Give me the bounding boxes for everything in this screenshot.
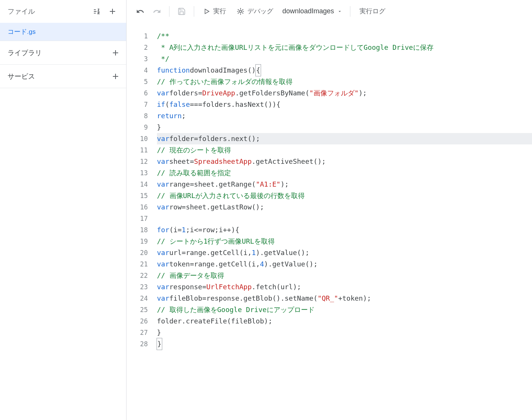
toolbar-separator [350, 6, 350, 17]
execution-log-button[interactable]: 実行ログ [355, 4, 390, 19]
sort-az-button[interactable] [90, 4, 105, 19]
code-line[interactable]: } [157, 327, 532, 338]
line-number: 24 [127, 293, 148, 304]
code-line[interactable]: // 読み取る範囲を指定 [157, 167, 532, 179]
play-icon [203, 8, 210, 15]
line-number: 11 [127, 144, 148, 156]
code-line[interactable]: var sheet = SpreadsheetApp.getActiveShee… [157, 156, 532, 167]
file-item[interactable]: コード.gs [0, 23, 126, 41]
line-number: 9 [127, 122, 148, 133]
line-number: 28 [127, 338, 148, 350]
line-number: 19 [127, 236, 148, 247]
line-number: 1 [127, 30, 148, 42]
main-area: 実行 デバッグ downloadImages 実行ログ 123456789101… [127, 0, 532, 420]
line-number: 16 [127, 201, 148, 213]
svg-point-1 [239, 10, 242, 13]
undo-button[interactable] [133, 4, 148, 19]
toolbar-separator [194, 6, 194, 17]
code-line[interactable]: } [157, 338, 532, 350]
line-number: 2 [127, 42, 148, 53]
line-number: 10 [127, 133, 148, 144]
function-selector[interactable]: downloadImages [279, 4, 345, 19]
code-line[interactable]: var range = sheet.getRange("A1:E"); [157, 179, 532, 190]
toolbar: 実行 デバッグ downloadImages 実行ログ [127, 0, 532, 23]
code-area[interactable]: /** * A列に入力された画像URLリストを元に画像をダウンロードしてGoog… [157, 30, 532, 420]
code-line[interactable]: // 画像データを取得 [157, 270, 532, 281]
code-line[interactable]: return; [157, 110, 532, 122]
code-line[interactable]: var row = sheet.getLastRow(); [157, 201, 532, 213]
code-line[interactable]: var token = range.getCell(i,4).getValue(… [157, 258, 532, 270]
code-line[interactable]: } [157, 122, 532, 133]
run-label: 実行 [213, 7, 226, 16]
section-label: サービス [8, 72, 111, 81]
code-line[interactable]: // 画像URLが入力されている最後の行数を取得 [157, 190, 532, 201]
code-line[interactable]: for (i = 1; i <= row; i++) { [157, 224, 532, 236]
line-number: 12 [127, 156, 148, 167]
function-name: downloadImages [282, 7, 334, 15]
toolbar-separator [169, 6, 169, 17]
line-number: 23 [127, 281, 148, 293]
line-number: 17 [127, 213, 148, 224]
debug-label: デバッグ [247, 7, 273, 16]
code-line[interactable] [157, 213, 532, 224]
line-number: 20 [127, 247, 148, 258]
sidebar: ファイル コード.gs ライブラリサービス [0, 0, 127, 420]
execution-log-label: 実行ログ [359, 7, 385, 16]
sidebar-title: ファイル [8, 7, 90, 16]
code-editor[interactable]: 1234567891011121314151617181920212223242… [127, 23, 532, 420]
code-line[interactable]: var fileBlob = response.getBlob().setNam… [157, 293, 532, 304]
sidebar-section[interactable]: ライブラリ [0, 41, 126, 65]
debug-icon [237, 8, 244, 15]
code-line[interactable]: // 取得した画像をGoogle Driveにアップロード [157, 304, 532, 315]
plus-icon[interactable] [111, 72, 120, 81]
add-file-button[interactable] [105, 4, 120, 19]
code-line[interactable]: * A列に入力された画像URLリストを元に画像をダウンロードしてGoogle D… [157, 42, 532, 53]
section-label: ライブラリ [8, 48, 111, 57]
sidebar-sections: ライブラリサービス [0, 41, 126, 88]
file-list: コード.gs [0, 23, 126, 41]
redo-button[interactable] [149, 4, 165, 19]
run-button[interactable]: 実行 [199, 4, 231, 19]
code-line[interactable]: var folders = DriveApp.getFoldersByName(… [157, 87, 532, 99]
line-number: 3 [127, 53, 148, 65]
code-line[interactable]: folder.createFile(fileBlob); [157, 315, 532, 327]
line-number: 5 [127, 76, 148, 87]
sidebar-section[interactable]: サービス [0, 65, 126, 88]
code-line[interactable]: // 現在のシートを取得 [157, 144, 532, 156]
line-number: 6 [127, 87, 148, 99]
line-number: 13 [127, 167, 148, 179]
chevron-down-icon [337, 9, 342, 14]
code-line[interactable]: // シートから1行ずつ画像URLを取得 [157, 236, 532, 247]
line-number: 7 [127, 99, 148, 110]
line-number: 27 [127, 327, 148, 338]
code-line[interactable]: if(false === folders.hasNext()) { [157, 99, 532, 110]
svg-marker-0 [205, 9, 209, 14]
code-line[interactable]: var url = range.getCell(i,1).getValue(); [157, 247, 532, 258]
plus-icon[interactable] [111, 48, 120, 57]
line-number: 14 [127, 179, 148, 190]
debug-button[interactable]: デバッグ [232, 4, 278, 19]
code-line[interactable]: var response = UrlFetchApp.fetch(url); [157, 281, 532, 293]
line-number: 15 [127, 190, 148, 201]
code-line[interactable]: */ [157, 53, 532, 65]
line-gutter: 1234567891011121314151617181920212223242… [127, 30, 157, 420]
code-line[interactable]: function downloadImages() { [157, 65, 532, 76]
code-line[interactable]: // 作っておいた画像フォルダの情報を取得 [157, 76, 532, 87]
save-button[interactable] [174, 4, 189, 19]
line-number: 22 [127, 270, 148, 281]
line-number: 21 [127, 258, 148, 270]
code-line[interactable]: var folder = folders.next(); [157, 133, 532, 144]
line-number: 25 [127, 304, 148, 315]
line-number: 26 [127, 315, 148, 327]
sidebar-header: ファイル [0, 0, 126, 23]
line-number: 18 [127, 224, 148, 236]
line-number: 4 [127, 65, 148, 76]
line-number: 8 [127, 110, 148, 122]
code-line[interactable]: /** [157, 30, 532, 42]
